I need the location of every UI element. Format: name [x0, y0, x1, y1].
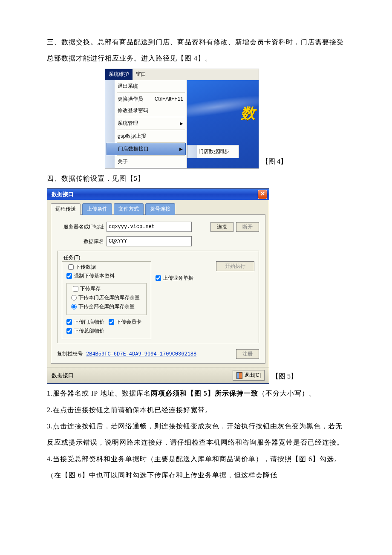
submenu: 门店数据同步: [187, 145, 239, 158]
checkbox-label: 下传总部物价: [74, 327, 104, 335]
dbname-row: 数据库名: [57, 236, 259, 246]
section-4-paragraph: 四、数据传输设置，见图【5】: [47, 171, 345, 187]
menu-label: 系统管理: [118, 120, 138, 127]
note-3: 3.点击连接按钮后，若网络通畅，则连接按钮变成灰色，开始执行按钮由灰色变为黑色，…: [47, 418, 345, 451]
auth-label: 复制授权号: [57, 350, 83, 358]
menu-item-switch-operator[interactable]: 更换操作员 Ctrl+Alt+F11: [106, 93, 187, 105]
status-text: 数据接口: [52, 372, 74, 379]
upload-business-checkbox-row[interactable]: 上传业务单据: [156, 274, 254, 283]
exit-button[interactable]: 退出[C]: [233, 370, 265, 381]
disconnect-button[interactable]: 断开: [236, 222, 259, 232]
menu-label: 门店数据同步: [199, 148, 229, 154]
member-card-checkbox-row[interactable]: 下传会员卡: [109, 318, 141, 327]
exit-label: 退出[C]: [244, 372, 261, 379]
menu-label: 门店数据接口: [118, 145, 149, 153]
note-1-b: 两项必须和【图 5】所示保持一致: [151, 390, 258, 397]
note-4: 4.当接受总部资料和业务单据时（主要是配送入库单和商品调价单），请按照【图 6】…: [47, 451, 345, 484]
checkbox-label: 强制下传基本资料: [74, 272, 115, 280]
store-price-checkbox-row[interactable]: 下传门店物价: [66, 318, 104, 327]
menu-label: 修改登录密码: [118, 107, 148, 114]
menu-body: 退出系统 更换操作员 Ctrl+Alt+F11 修改登录密码 系统管理 ▶: [105, 80, 259, 168]
stock-this-store-radio-row[interactable]: 下传本门店仓库的库存余量: [71, 293, 142, 302]
hq-price-checkbox[interactable]: [66, 328, 72, 334]
tasks-legend-label: 任务(T): [63, 254, 80, 260]
dialog-titlebar: 数据接口 ✕: [47, 189, 269, 200]
menu-item-gsp-upload[interactable]: gsp数据上报: [106, 130, 187, 142]
checkbox-label: 下传数据: [75, 263, 96, 271]
dialog-title: 数据接口: [52, 191, 74, 198]
menu-item-about[interactable]: 关于: [106, 156, 187, 168]
tasks-right-column: 开始执行 上传业务单据: [156, 261, 254, 283]
menu-separator: [117, 117, 185, 117]
tab-file-mode[interactable]: 文件方式: [114, 203, 144, 215]
menu-separator: [117, 92, 185, 93]
menu-label: 更换操作员: [118, 95, 143, 103]
stock-all-radio-row[interactable]: 下传全部仓库的库存余量: [71, 302, 142, 311]
checkbox-label: 下传会员卡: [116, 318, 141, 326]
menu-system-maintenance[interactable]: 系统维护: [105, 69, 133, 80]
submenu-arrow-icon: ▶: [179, 147, 183, 151]
tab-bar: 远程传送 上传条件 文件方式 拨号连接: [51, 203, 265, 215]
hq-price-checkbox-row[interactable]: 下传总部物价: [66, 327, 147, 335]
download-data-legend: 下传数据: [66, 263, 98, 272]
door-exit-icon: [236, 372, 242, 379]
server-label: 服务器名或IP地址: [57, 223, 104, 231]
close-icon[interactable]: ✕: [258, 190, 267, 199]
figure-4-row: 系统维护 窗口 退出系统 更换操作员 Ctrl+Alt+F11 修改登录密码: [47, 69, 345, 169]
section-3-paragraph: 三、数据交换。总部有商品配送到门店、商品资料有修改、新增会员卡资料时，门店需要接…: [47, 34, 345, 67]
download-stock-checkbox-row[interactable]: 下传库存: [73, 284, 101, 293]
download-stock-checkbox[interactable]: [73, 286, 78, 292]
menu-gutter: [187, 145, 197, 158]
download-data-checkbox-row[interactable]: 下传数据: [68, 263, 96, 272]
dropdown-menu: 退出系统 更换操作员 Ctrl+Alt+F11 修改登录密码 系统管理 ▶: [105, 80, 187, 168]
force-basic-checkbox-row[interactable]: 强制下传基本资料: [66, 272, 147, 280]
download-data-checkbox[interactable]: [68, 264, 74, 270]
tab-dialup[interactable]: 拨号连接: [145, 203, 175, 215]
stock-this-store-radio[interactable]: [71, 295, 77, 301]
menu-item-store-data-interface[interactable]: 门店数据接口 ▶: [107, 143, 186, 155]
register-button[interactable]: 注册: [236, 349, 259, 359]
logo-glyph: 数: [241, 104, 255, 123]
menu-separator: [117, 130, 185, 130]
tab-remote-transfer[interactable]: 远程传送: [51, 203, 81, 215]
menu-item-change-password[interactable]: 修改登录密码: [106, 105, 187, 116]
menu-item-exit[interactable]: 退出系统: [106, 81, 187, 92]
dbname-input[interactable]: [107, 236, 192, 246]
note-1: 1.服务器名或 IP 地址、数据库名两项必须和【图 5】所示保持一致（不分大小写…: [47, 385, 345, 402]
radio-label: 下传本门店仓库的库存余量: [78, 294, 140, 301]
menu-label: gsp数据上报: [118, 133, 146, 140]
member-card-checkbox[interactable]: [109, 319, 114, 325]
tab-panel-remote: 服务器名或IP地址 连接 断开 数据库名 任务(T): [51, 214, 265, 364]
radio-label: 下传全部仓库的库存余量: [78, 303, 135, 310]
tab-upload-condition[interactable]: 上传条件: [82, 203, 112, 215]
tasks-fieldset: 任务(T) 下传数据: [57, 251, 259, 343]
upload-business-checkbox[interactable]: [156, 275, 161, 281]
submenu-item-store-sync[interactable]: 门店数据同步: [187, 145, 239, 158]
dialog-body: 远程传送 上传条件 文件方式 拨号连接 服务器名或IP地址 连接 断开 数据库名: [47, 200, 269, 367]
figure-4-screenshot: 系统维护 窗口 退出系统 更换操作员 Ctrl+Alt+F11 修改登录密码: [105, 69, 259, 169]
start-execute-button[interactable]: 开始执行: [216, 261, 254, 271]
checkbox-label: 下传门店物价: [74, 318, 104, 326]
tasks-legend: 任务(T): [62, 254, 82, 261]
force-basic-checkbox[interactable]: [66, 273, 72, 279]
checkbox-label: 上传业务单据: [163, 275, 193, 282]
document-page: 三、数据交换。总部有商品配送到门店、商品资料有修改、新增会员卡资料时，门店需要接…: [0, 0, 392, 501]
note-2: 2.在点击连接按钮之前请确保本机已经连接好宽带。: [47, 402, 345, 418]
store-price-checkbox[interactable]: [66, 319, 72, 325]
auth-code-link[interactable]: 2B4B59FC-6D7E-4DA9-9094-1709C0362188: [86, 351, 196, 357]
menu-separator: [117, 155, 185, 156]
figure-4-caption: 【图 4】: [262, 157, 287, 169]
figure-5-caption: 【图 5】: [272, 372, 297, 384]
menu-window[interactable]: 窗口: [133, 69, 150, 80]
note-1-c: （不分大小写）。: [258, 390, 316, 397]
checkbox-label: 下传库存: [80, 285, 101, 292]
server-input[interactable]: [107, 222, 192, 232]
menubar: 系统维护 窗口: [105, 69, 259, 80]
menu-item-system-management[interactable]: 系统管理 ▶: [106, 118, 187, 129]
note-1-a: 1.服务器名或 IP 地址、数据库名: [47, 390, 151, 397]
download-stock-legend: 下传库存: [71, 284, 102, 293]
connect-button[interactable]: 连接: [210, 222, 233, 232]
stock-all-radio[interactable]: [71, 304, 77, 309]
tasks-left-column: 下传数据 强制下传基本资料: [62, 261, 151, 339]
status-bar: 数据接口 退出[C]: [47, 367, 269, 383]
